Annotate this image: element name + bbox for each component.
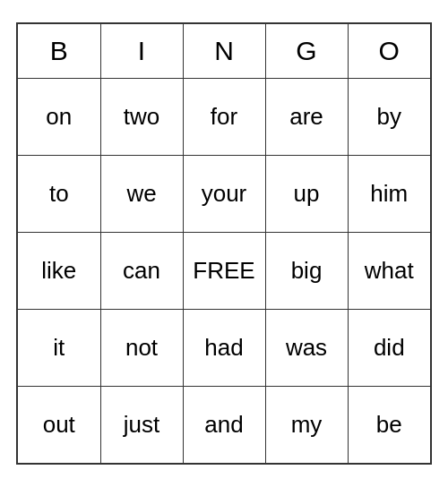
col-g: G	[265, 24, 348, 78]
col-n: N	[183, 24, 265, 78]
header-row: B I N G O	[18, 24, 430, 78]
col-b: B	[18, 24, 100, 78]
col-i: I	[100, 24, 183, 78]
cell-r4c3: had	[183, 309, 265, 386]
cell-r5c3: and	[183, 386, 265, 463]
table-row: out just and my be	[18, 386, 430, 463]
cell-r5c4: my	[265, 386, 348, 463]
cell-r4c2: not	[100, 309, 183, 386]
table-row: it not had was did	[18, 309, 430, 386]
cell-r2c5: him	[348, 155, 430, 232]
cell-r4c5: did	[348, 309, 430, 386]
cell-r5c1: out	[18, 386, 100, 463]
cell-r4c1: it	[18, 309, 100, 386]
cell-r3c2: can	[100, 232, 183, 309]
cell-r1c1: on	[18, 78, 100, 155]
cell-r5c2: just	[100, 386, 183, 463]
cell-r3c3: FREE	[183, 232, 265, 309]
cell-r2c3: your	[183, 155, 265, 232]
table-row: on two for are by	[18, 78, 430, 155]
cell-r1c4: are	[265, 78, 348, 155]
cell-r3c1: like	[18, 232, 100, 309]
bingo-card: B I N G O on two for are by to we your u…	[16, 22, 432, 465]
cell-r2c1: to	[18, 155, 100, 232]
table-row: like can FREE big what	[18, 232, 430, 309]
cell-r3c4: big	[265, 232, 348, 309]
cell-r2c4: up	[265, 155, 348, 232]
col-o: O	[348, 24, 430, 78]
cell-r1c5: by	[348, 78, 430, 155]
cell-r3c5: what	[348, 232, 430, 309]
cell-r4c4: was	[265, 309, 348, 386]
cell-r2c2: we	[100, 155, 183, 232]
cell-r5c5: be	[348, 386, 430, 463]
bingo-table: B I N G O on two for are by to we your u…	[18, 24, 430, 463]
cell-r1c3: for	[183, 78, 265, 155]
cell-r1c2: two	[100, 78, 183, 155]
table-row: to we your up him	[18, 155, 430, 232]
